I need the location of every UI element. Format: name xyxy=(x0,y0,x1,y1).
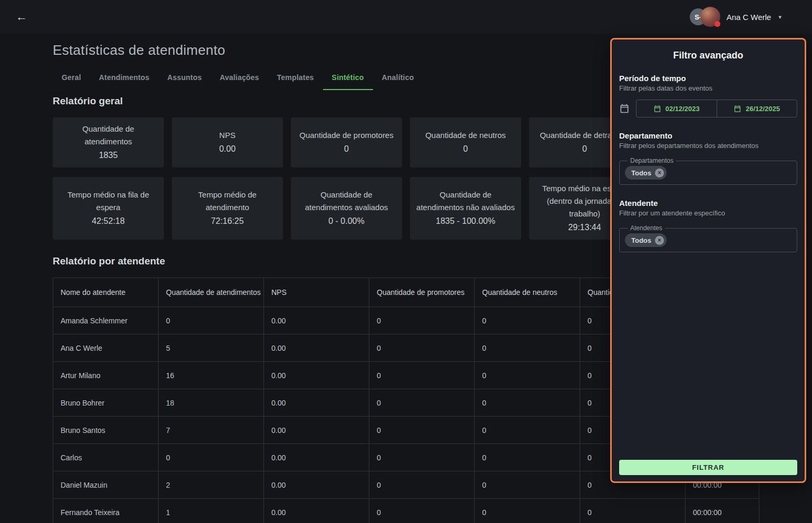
table-cell: 0.00 xyxy=(264,362,369,389)
tab-label: Assuntos xyxy=(168,73,202,82)
date-range-control: 02/12/2023 26/12/2025 xyxy=(636,100,797,117)
table-cell: 0 xyxy=(159,444,264,471)
stat-card: Quantidade de atendimentos 1835 xyxy=(53,117,164,167)
table-cell: 0 xyxy=(475,444,580,471)
table-cell: 0 xyxy=(369,444,475,471)
table-cell: 5 xyxy=(159,334,264,362)
attendant-name-cell: Ana C Werle xyxy=(53,334,159,362)
table-cell: 18 xyxy=(159,389,264,417)
attendant-name-cell: Daniel Mazuin xyxy=(53,471,159,499)
table-cell: 0.00 xyxy=(264,444,369,471)
end-date-button[interactable]: 26/12/2025 xyxy=(717,100,797,117)
table-cell: 0 xyxy=(369,417,475,444)
table-cell: 0 xyxy=(159,307,264,334)
attendant-name-cell: Bruno Santos xyxy=(53,417,159,444)
tab-label: Sintético xyxy=(332,73,364,82)
chip-remove-icon[interactable]: × xyxy=(655,236,664,245)
agent-chip-label: Todos xyxy=(631,236,651,244)
table-cell: 7 xyxy=(159,417,264,444)
tab-sintetico[interactable]: Sintético xyxy=(323,66,373,90)
user-avatar xyxy=(700,7,720,27)
table-cell: 0 xyxy=(475,362,580,389)
table-cell: 2 xyxy=(159,471,264,499)
stat-card: Quantidade de neutros 0 xyxy=(410,117,521,167)
tab-label: Avaliações xyxy=(220,73,259,82)
table-row: Fernando Teixeira10.0000000:00:00 xyxy=(53,499,759,523)
start-date-button[interactable]: 02/12/2023 xyxy=(637,100,717,117)
stat-card-value: 1835 - 100.00% xyxy=(436,214,495,228)
attendant-name-cell: Fernando Teixeira xyxy=(53,499,159,523)
attendant-name-cell: Bruno Bohrer xyxy=(53,389,159,417)
filter-panel-title: Filtro avançado xyxy=(619,50,797,61)
table-header-cell: NPS xyxy=(264,278,369,307)
stat-card-label: Quantidade de promotores xyxy=(299,129,393,142)
stat-card-value: 0.00 xyxy=(219,142,236,156)
department-chip-label: Todos xyxy=(631,169,651,177)
table-cell: 0 xyxy=(369,334,475,362)
department-description: Filtrar pelos departamentos dos atendime… xyxy=(619,142,797,150)
topbar: ← S- Ana C Werle ▾ xyxy=(0,0,812,34)
filtrar-button[interactable]: FILTRAR xyxy=(619,460,797,475)
calendar-icon[interactable] xyxy=(619,103,630,114)
panel-spacer xyxy=(619,266,797,460)
table-cell: 0.00 xyxy=(264,307,369,334)
stat-card: NPS 0.00 xyxy=(172,117,283,167)
table-cell: 0 xyxy=(369,499,475,523)
tab-assuntos[interactable]: Assuntos xyxy=(159,66,211,90)
tab-templates[interactable]: Templates xyxy=(268,66,323,90)
stat-card: Tempo médio na fila de espera 42:52:18 xyxy=(53,177,164,240)
stat-card: Tempo médio de atendimento 72:16:25 xyxy=(172,177,283,240)
stat-card-value: 0 xyxy=(344,142,349,156)
start-date-value: 02/12/2023 xyxy=(666,105,700,113)
department-chip[interactable]: Todos × xyxy=(625,166,667,180)
departments-field[interactable]: Departamentos Todos × xyxy=(619,157,797,185)
table-cell: 0 xyxy=(580,499,686,523)
tab-analitico[interactable]: Analítico xyxy=(373,66,423,90)
user-menu[interactable]: S- Ana C Werle ▾ xyxy=(690,7,781,27)
table-cell: 0.00 xyxy=(264,471,369,499)
back-button[interactable]: ← xyxy=(11,9,33,25)
agents-field-label: Atendentes xyxy=(628,224,665,232)
stat-card-value: 0 xyxy=(582,142,587,156)
table-cell: 0 xyxy=(475,417,580,444)
table-cell: 16 xyxy=(159,362,264,389)
tab-geral[interactable]: Geral xyxy=(53,66,90,90)
end-date-value: 26/12/2025 xyxy=(746,105,780,113)
stat-card-label: Quantidade de atendimentos avaliados xyxy=(297,189,396,214)
table-cell: 0 xyxy=(475,307,580,334)
user-name: Ana C Werle xyxy=(727,13,771,22)
tab-label: Analítico xyxy=(382,73,414,82)
stat-card: Quantidade de atendimentos não avaliados… xyxy=(410,177,521,240)
agents-field[interactable]: Atendentes Todos × xyxy=(619,224,797,252)
calendar-icon xyxy=(653,105,661,113)
attendant-name-cell: Carlos xyxy=(53,444,159,471)
table-cell: 0.00 xyxy=(264,417,369,444)
stat-card-value: 0 xyxy=(463,142,468,156)
stat-card: Quantidade de atendimentos avaliados 0 -… xyxy=(291,177,402,240)
stat-card-value: 1835 xyxy=(99,148,118,162)
stat-card-label: NPS xyxy=(219,129,236,142)
table-cell: 0 xyxy=(369,471,475,499)
stat-card-value: 29:13:44 xyxy=(568,220,601,234)
date-range-row: 02/12/2023 26/12/2025 xyxy=(619,100,797,117)
tab-label: Atendimentos xyxy=(99,73,150,82)
status-dot xyxy=(715,21,720,27)
tab-avaliacoes[interactable]: Avaliações xyxy=(211,66,268,90)
chevron-down-icon[interactable]: ▾ xyxy=(778,14,781,21)
stat-card-label: Quantidade de atendimentos xyxy=(59,123,158,148)
chip-remove-icon[interactable]: × xyxy=(655,169,664,177)
department-heading: Departamento xyxy=(619,131,797,140)
table-cell: 0.00 xyxy=(264,389,369,417)
table-cell: 0 xyxy=(369,307,475,334)
table-header-cell: Quantidade de atendimentos xyxy=(159,278,264,307)
stat-card-label: Quantidade de atendimentos não avaliados xyxy=(416,189,515,214)
advanced-filter-panel: Filtro avançado Período de tempo Filtrar… xyxy=(610,38,806,483)
stat-card-value: 0 - 0.00% xyxy=(328,214,364,228)
table-cell: 0 xyxy=(369,389,475,417)
table-cell: 0 xyxy=(475,499,580,523)
stat-card-label: Tempo médio de atendimento xyxy=(178,189,277,214)
agent-chip[interactable]: Todos × xyxy=(625,233,667,247)
table-cell: 0 xyxy=(475,389,580,417)
table-cell: 0 xyxy=(475,334,580,362)
tab-atendimentos[interactable]: Atendimentos xyxy=(90,66,159,90)
